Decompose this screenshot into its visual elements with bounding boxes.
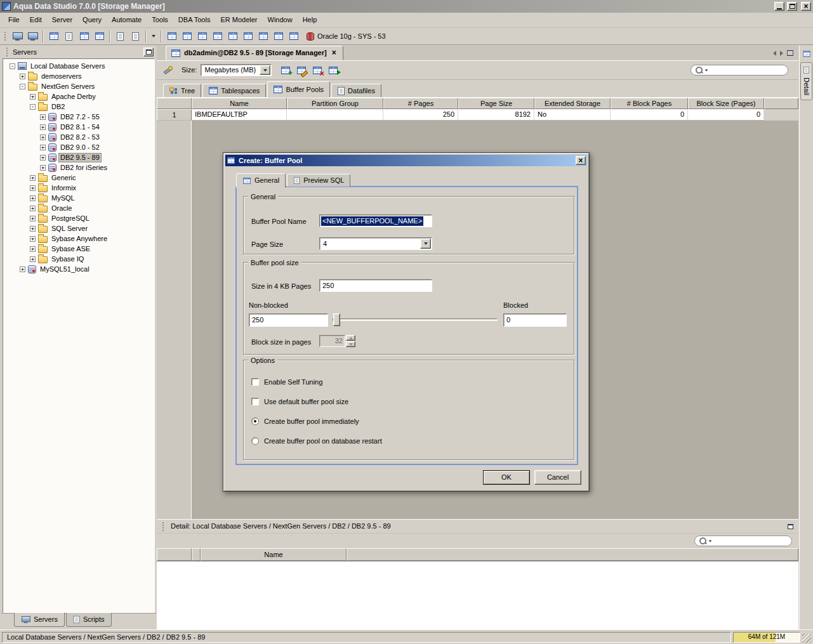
detail-search-input[interactable] — [694, 536, 792, 546]
panel-grip[interactable] — [162, 522, 165, 531]
tab-datafiles[interactable]: Datafiles — [331, 84, 381, 97]
server-monitor-button[interactable] — [225, 29, 240, 44]
er-diagram-button[interactable] — [92, 29, 107, 44]
checkbox-icon[interactable] — [251, 378, 259, 386]
use-default-size-checkbox[interactable]: Use default buffer pool size — [251, 398, 348, 405]
detail-corner-header[interactable] — [157, 548, 192, 561]
grid-corner-header[interactable] — [157, 98, 192, 109]
column-header-name[interactable]: Name — [192, 98, 287, 109]
close-button[interactable] — [801, 2, 811, 11]
cell-block-pages[interactable]: 0 — [611, 109, 688, 121]
menu-help[interactable]: Help — [298, 14, 322, 26]
expand-toggle-icon[interactable]: - — [20, 84, 25, 89]
backup-manager-button[interactable] — [256, 29, 270, 44]
schema-browser-button[interactable] — [46, 29, 61, 44]
create-on-restart-radio[interactable]: Create buffer pool on database restart — [251, 437, 382, 445]
expand-toggle-icon[interactable]: + — [40, 135, 46, 140]
enable-self-tuning-checkbox[interactable]: Enable Self Tuning — [251, 378, 322, 386]
tree-item[interactable]: +Sybase IQ — [3, 254, 154, 264]
previous-tab-icon[interactable] — [773, 51, 776, 56]
expand-toggle-icon[interactable]: + — [30, 175, 36, 181]
panel-grip[interactable] — [6, 48, 9, 56]
tree-item[interactable]: +DB2 8.2 - 53 — [3, 132, 154, 142]
sidebar-tab-servers[interactable]: Servers — [14, 613, 65, 627]
expand-toggle-icon[interactable]: + — [30, 185, 36, 191]
expand-toggle-icon[interactable]: + — [40, 155, 46, 161]
cell-block-size[interactable]: 0 — [688, 109, 764, 121]
tree-item-selected[interactable]: +DB2 9.5 - 89 — [3, 152, 154, 162]
expand-toggle-icon[interactable]: + — [30, 216, 36, 221]
tree-item[interactable]: +SQL Server — [3, 223, 154, 233]
cancel-button[interactable]: Cancel — [534, 470, 581, 485]
toolbar-overflow-button[interactable] — [149, 29, 158, 44]
menu-dba-tools[interactable]: DBA Tools — [173, 14, 216, 26]
slider-track[interactable] — [333, 319, 498, 321]
tree-item[interactable]: +demoservers — [3, 71, 154, 81]
tab-buffer-pools[interactable]: Buffer Pools — [267, 81, 330, 97]
tab-tree[interactable]: Tree — [163, 84, 201, 97]
extract-ddl-button[interactable] — [326, 63, 340, 77]
options-button[interactable] — [161, 63, 175, 77]
blocked-input[interactable]: 0 — [503, 313, 567, 327]
size-in-pages-input[interactable]: 250 — [319, 279, 432, 292]
slider-thumb[interactable] — [333, 313, 340, 326]
create-buffer-pool-button[interactable] — [278, 63, 293, 77]
tree-item[interactable]: +Sybase ASE — [3, 244, 154, 254]
buffer-pool-name-input[interactable]: <NEW_BUFFERPOOL_NAME> — [319, 214, 432, 227]
expand-toggle-icon[interactable]: + — [40, 145, 46, 150]
expand-toggle-icon[interactable]: + — [40, 114, 46, 120]
menu-file[interactable]: File — [3, 14, 25, 26]
tree-item[interactable]: -NextGen Servers — [3, 81, 154, 91]
expand-toggle-icon[interactable]: + — [40, 124, 46, 130]
tree-item[interactable]: +Generic — [3, 173, 154, 183]
table-row[interactable]: 1 IBMDEFAULTBP 250 8192 No 0 0 — [157, 109, 798, 121]
tree-item[interactable]: +Informix — [3, 183, 154, 193]
non-blocked-input[interactable]: 250 — [249, 313, 328, 327]
expand-toggle-icon[interactable]: + — [30, 195, 36, 201]
menu-automate[interactable]: Automate — [107, 14, 147, 26]
expand-toggle-icon[interactable]: + — [30, 94, 36, 100]
ok-button[interactable]: OK — [483, 470, 530, 485]
spin-down-button[interactable] — [346, 341, 355, 347]
dropdown-arrow-icon[interactable] — [420, 239, 431, 249]
query-analyzer-button[interactable] — [62, 29, 76, 44]
dropdown-arrow-icon[interactable] — [260, 65, 270, 75]
column-header-page-size[interactable]: Page Size — [458, 98, 534, 109]
expand-toggle-icon[interactable]: + — [30, 256, 36, 262]
dialog-titlebar[interactable]: Create: Buffer Pool — [225, 155, 587, 166]
create-immediately-radio[interactable]: Create buffer pool immediately — [251, 417, 359, 425]
alter-buffer-pool-button[interactable] — [294, 63, 308, 77]
active-connection[interactable]: Oracle 10g - SYS - 53 — [301, 32, 391, 41]
menu-edit[interactable]: Edit — [25, 14, 47, 26]
page-size-select[interactable]: 4 — [319, 237, 432, 250]
expand-toggle-icon[interactable]: - — [30, 104, 36, 110]
table-browser-button[interactable] — [77, 29, 91, 44]
tree-item[interactable]: +DB2 for iSeries — [3, 162, 154, 173]
tree-item[interactable]: +MySQL — [3, 193, 154, 203]
detail-icon-column-header[interactable] — [192, 548, 201, 561]
undock-panel-button[interactable] — [143, 48, 154, 56]
security-manager-button[interactable] — [195, 29, 209, 44]
menu-query[interactable]: Query — [77, 14, 107, 26]
tree-item[interactable]: +Oracle — [3, 203, 154, 213]
auto-hide-button[interactable] — [801, 48, 812, 60]
column-header-block-pages[interactable]: # Block Pages — [611, 98, 688, 109]
expand-toggle-icon[interactable]: + — [30, 246, 36, 252]
expand-toggle-icon[interactable]: + — [30, 226, 36, 232]
resize-grip[interactable] — [802, 634, 811, 643]
row-number-cell[interactable]: 1 — [157, 109, 192, 121]
search-options-icon[interactable] — [709, 540, 712, 542]
close-tab-icon[interactable] — [331, 49, 338, 56]
instance-manager-button[interactable] — [164, 29, 179, 44]
detail-list-area[interactable] — [157, 561, 798, 629]
menu-server[interactable]: Server — [47, 14, 77, 26]
grid-search-input[interactable] — [691, 65, 788, 76]
cell-name[interactable]: IBMDEFAULTBP — [192, 109, 287, 121]
storage-manager-button[interactable] — [180, 29, 194, 44]
radio-selected-icon[interactable] — [251, 417, 259, 425]
drop-buffer-pool-button[interactable] — [310, 63, 324, 77]
column-header-block-size[interactable]: Block Size (Pages) — [688, 98, 764, 109]
tree-item[interactable]: -Local Database Servers — [3, 61, 154, 71]
checkbox-icon[interactable] — [251, 398, 259, 405]
dialog-close-button[interactable] — [576, 156, 586, 165]
